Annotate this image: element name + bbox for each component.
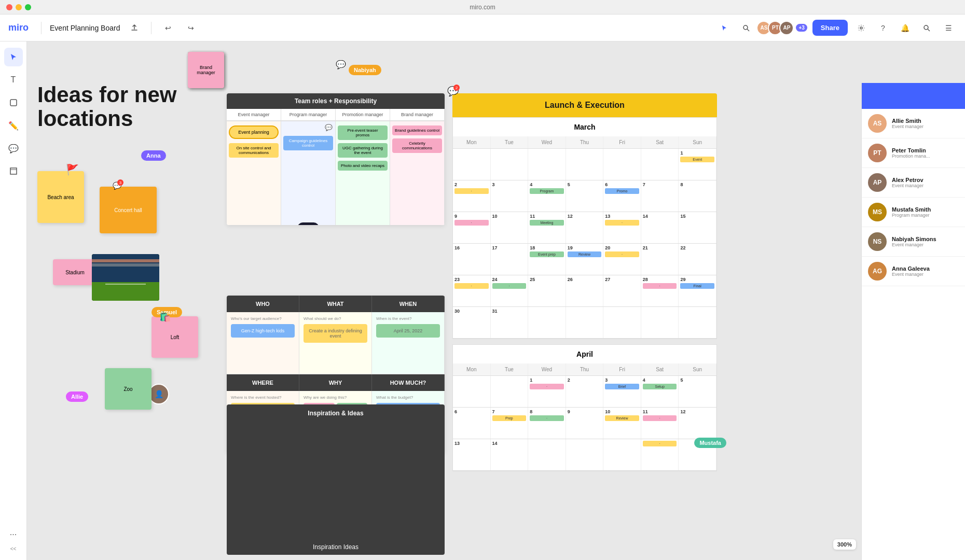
march-cell-11: 11 Meeting [528,212,566,243]
scroll-indicator: << [4,544,23,554]
day-sun: Sun [679,136,716,148]
bottom-inspiration-label: Inspiration Ideas [232,539,439,555]
right-panel-blue-header [862,83,965,109]
redo-button[interactable]: ↪ [183,20,199,36]
task-preteaser[interactable]: Pre-event teaser promos [338,125,388,140]
settings-button[interactable] [853,20,870,36]
col-brand-manager: Brand manager [390,109,445,121]
where-question: Where is the event hosted? [231,395,295,400]
task-ugc[interactable]: UGC gathering during the event [338,143,388,158]
march-11-sticky[interactable]: Meeting [530,220,564,226]
march-cell-empty-1 [453,149,491,180]
www-who-header: WHO [227,296,299,312]
march-cell-25: 25 [528,275,566,306]
right-panel: AS Allie Smith Event manager PT Peter To… [861,83,965,560]
more-tools[interactable]: ··· [4,525,23,544]
march-28-sticky[interactable]: · [643,283,677,289]
april-3-sticky[interactable]: Brief [605,384,639,389]
march-cell-31: 31 [491,307,529,338]
board-title[interactable]: Event Planning Board [50,24,120,32]
march-2-sticky[interactable]: · [454,188,489,194]
march-4-sticky[interactable]: Program [530,188,564,194]
march-cell-27: 27 [603,275,641,306]
col-event-manager: Event manager [227,109,281,121]
upload-button[interactable] [126,20,143,36]
april-cell-14: 14 [491,439,529,470]
pen-tool[interactable]: ✏️ [4,116,23,135]
close-button[interactable] [6,4,12,10]
task-event-planning[interactable]: Event planning [229,125,279,139]
sticky-zoo[interactable]: Zoo [105,368,151,410]
maximize-button[interactable] [25,4,31,10]
www-howmuch-header: HOW MUCH? [372,374,445,391]
april-4-sticky[interactable]: Setup [643,384,677,389]
march-week-1: 1 Event [453,149,716,180]
miro-logo[interactable]: miro [8,22,29,33]
april-cell-empty-w3-1 [528,439,566,470]
search-button[interactable] [918,20,935,36]
april-7-sticky[interactable]: Prep [492,415,527,421]
march-6-sticky[interactable]: Promo [605,188,639,194]
team-roles-table: Team roles + Responsibility Event manage… [227,93,445,225]
what-answer[interactable]: Create a industry defining event [304,324,367,343]
april-header-row: Mon Tue Wed Thu Fri Sat Sun [453,363,716,376]
sticky-beach-area[interactable]: Beach area [37,171,84,223]
sticky-concert-hall[interactable]: Concert hall [100,187,157,233]
when-answer[interactable]: April 25, 2022 [376,324,440,338]
comment-bubble: 💬 [325,124,333,131]
member-role-alex: Event manager [892,183,959,188]
zoom-button[interactable] [738,20,754,36]
notifications-button[interactable]: 🔔 [897,20,913,36]
notification-badge: 2 [453,85,460,91]
cursor-nabiyah: Nabiyah [349,65,381,75]
menu-button[interactable]: ☰ [940,20,957,36]
share-button[interactable]: Share [812,20,848,36]
help-button[interactable]: ? [875,20,891,36]
cursor-button[interactable] [716,20,733,36]
minimize-button[interactable] [16,4,22,10]
april-8-sticky[interactable]: · [530,415,564,421]
march-cell-2: 2 · [453,180,491,212]
task-celebrity[interactable]: Celebrity communications [392,138,442,153]
task-brand-guidelines[interactable]: Brand guidelines control [392,125,442,135]
march-cell-15: 15 [679,212,716,243]
www-header-row-1: WHO WHAT WHEN [227,296,445,312]
frame-tool[interactable] [4,162,23,180]
april-bottom-sticky-1[interactable]: · [643,441,677,446]
sticky-stadium[interactable]: Stadium [53,259,97,285]
april-11-sticky[interactable]: · [643,415,677,421]
task-campaign[interactable]: Campaign guidelines control [283,136,333,150]
april-week-3: 13 14 · [453,439,716,471]
comment-tool[interactable]: 💬 [4,139,23,158]
march-20-sticky[interactable]: · [605,251,639,257]
march-9-sticky[interactable]: · [454,220,489,226]
task-photo[interactable]: Photo and video recaps [338,161,388,171]
member-role-peter: Promotion mana... [892,153,959,159]
march-18-sticky[interactable]: Event prep [530,251,564,257]
april-cell-9: 9 [566,408,604,439]
april-1-sticky[interactable]: · [530,384,564,389]
april-10-sticky[interactable]: Review [605,415,639,421]
who-answer[interactable]: Gen-Z high-tech kids [231,324,295,338]
zoom-indicator[interactable]: 300% [833,539,856,550]
undo-button[interactable]: ↩ [160,20,176,36]
march-19-sticky[interactable]: Review [568,251,602,257]
www-what-cell: What should we do? Create a industry def… [299,312,372,374]
march-24-sticky[interactable]: · [492,283,527,289]
task-onsite[interactable]: On site control and communications [229,143,279,158]
sticky-loft[interactable]: Loft [151,316,198,358]
march-13-sticky[interactable]: · [605,220,639,226]
march-29-sticky[interactable]: Final [680,283,714,289]
march-cell-7: 7 [641,180,679,212]
march-1-sticky[interactable]: Event [680,157,714,162]
howmuch-question: What is the budget? [376,395,440,400]
march-23-sticky[interactable]: · [454,283,489,289]
march-cell-16: 16 [453,244,491,275]
text-tool[interactable]: T [4,71,23,89]
sticky-note-tool[interactable] [4,93,23,112]
march-cell-empty-w6-1 [528,307,566,338]
april-cell-4: 4 Setup [641,376,679,407]
march-cell-empty-w6-3 [603,307,641,338]
select-tool[interactable] [4,48,23,66]
ideas-title: Ideas for new locations [37,83,229,131]
